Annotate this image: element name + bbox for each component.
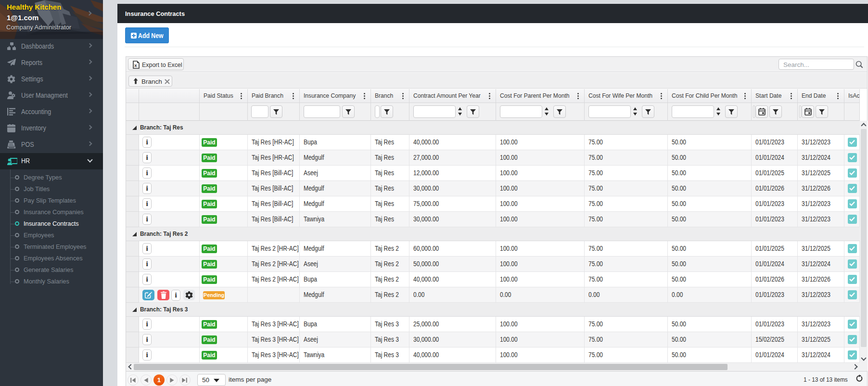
svg-text:x: x [134,63,137,68]
